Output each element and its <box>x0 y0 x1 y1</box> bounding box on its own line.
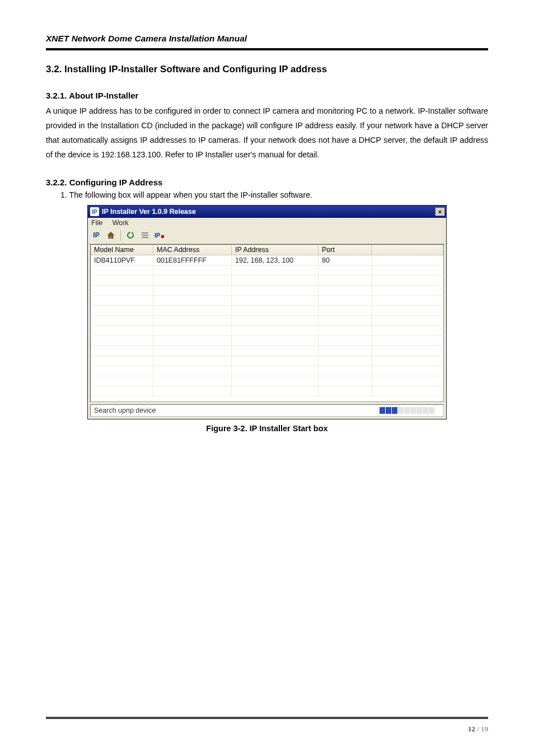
col-mac[interactable]: MAC Address <box>153 245 232 255</box>
menu-work[interactable]: Work <box>113 219 129 227</box>
device-list[interactable]: Model Name MAC Address IP Address Port I… <box>90 244 444 402</box>
menu-file[interactable]: File <box>91 219 102 227</box>
svg-rect-2 <box>142 237 148 238</box>
page-total: 19 <box>481 725 488 733</box>
app-icon: IP <box>90 207 99 216</box>
table-row[interactable]: . <box>91 286 443 296</box>
title-rule <box>46 48 488 50</box>
col-extra[interactable] <box>372 245 443 255</box>
ip-installer-window: IP IP Installer Ver 1.0.9 Release × File… <box>87 205 447 419</box>
close-button[interactable]: × <box>435 207 445 216</box>
progress-segment <box>380 407 385 414</box>
page-current: 12 <box>468 725 475 733</box>
footer-rule <box>46 717 488 719</box>
subsection-1-paragraph: A unique IP address has to be configured… <box>46 104 488 162</box>
table-row[interactable]: . <box>91 296 443 306</box>
table-row[interactable]: . <box>91 386 443 396</box>
refresh-icon[interactable] <box>124 229 137 241</box>
list-header: Model Name MAC Address IP Address Port <box>91 245 443 255</box>
table-row[interactable]: . <box>91 276 443 286</box>
ip-flag-icon[interactable]: IP <box>153 229 166 241</box>
window-title: IP Installer Ver 1.0.9 Release <box>102 208 435 216</box>
screenshot-container: IP IP Installer Ver 1.0.9 Release × File… <box>87 205 447 433</box>
table-row[interactable]: . <box>91 346 443 356</box>
subsection-1-heading: 3.2.1. About IP-Installer <box>46 91 488 100</box>
list-icon[interactable] <box>139 229 151 241</box>
progress-segment <box>410 407 416 414</box>
progress-segment <box>416 407 422 414</box>
table-row[interactable]: . <box>91 376 443 386</box>
home-icon[interactable] <box>105 229 117 241</box>
svg-rect-0 <box>142 232 148 234</box>
progress-segment <box>392 407 397 414</box>
section-heading: 3.2. Installing IP-Installer Software an… <box>46 64 488 75</box>
table-row[interactable]: . <box>91 366 443 376</box>
progress-segment <box>386 407 391 414</box>
table-row[interactable]: . <box>91 316 443 326</box>
subsection-2-heading: 3.2.2. Configuring IP Address <box>46 178 488 187</box>
doc-title: XNET Network Dome Camera Installation Ma… <box>46 34 488 44</box>
progress-segment <box>429 407 434 414</box>
col-ip[interactable]: IP Address <box>232 245 318 255</box>
svg-text:IP: IP <box>154 232 160 239</box>
window-titlebar: IP IP Installer Ver 1.0.9 Release × <box>88 206 446 218</box>
table-row[interactable]: . <box>91 306 443 316</box>
page-number: 12 / 19 <box>468 725 488 734</box>
toolbar-ip-button[interactable]: IP <box>90 229 102 241</box>
list-body: IDB4110PVF001E81FFFFFF192, 168, 123, 100… <box>91 255 443 396</box>
figure-caption: Figure 3-2. IP Installer Start box <box>87 424 447 433</box>
progress-bar <box>380 407 441 414</box>
status-bar: Search upnp device <box>90 404 444 417</box>
table-row[interactable]: . <box>91 356 443 366</box>
menu-bar: File Work <box>88 218 446 228</box>
page-sep: / <box>475 725 481 733</box>
svg-rect-4 <box>161 235 164 238</box>
svg-rect-1 <box>142 235 148 236</box>
table-row[interactable]: . <box>91 336 443 346</box>
toolbar: IP IP <box>88 228 446 244</box>
step-1-text: 1. The following box will appear when yo… <box>60 190 488 199</box>
progress-segment <box>404 407 410 414</box>
table-row[interactable]: . <box>91 265 443 276</box>
status-text: Search upnp device <box>91 407 380 414</box>
table-row[interactable]: . <box>91 326 443 336</box>
table-row[interactable]: IDB4110PVF001E81FFFFFF192, 168, 123, 100… <box>91 255 443 265</box>
col-model[interactable]: Model Name <box>91 245 153 255</box>
col-port[interactable]: Port <box>318 245 372 255</box>
toolbar-separator <box>120 230 121 241</box>
progress-segment <box>398 407 404 414</box>
progress-segment <box>423 407 428 414</box>
